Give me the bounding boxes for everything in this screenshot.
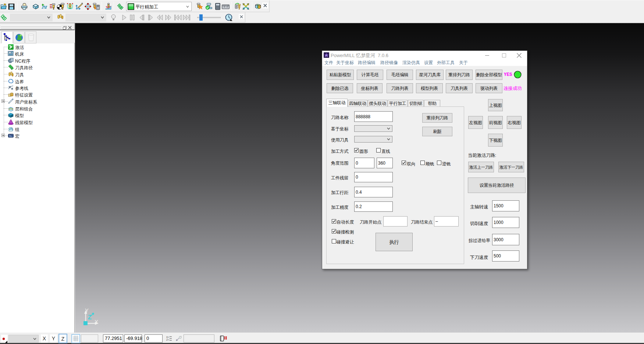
svg-text:Z=: Z= [166, 338, 169, 341]
svg-text:Z: Z [88, 314, 92, 320]
